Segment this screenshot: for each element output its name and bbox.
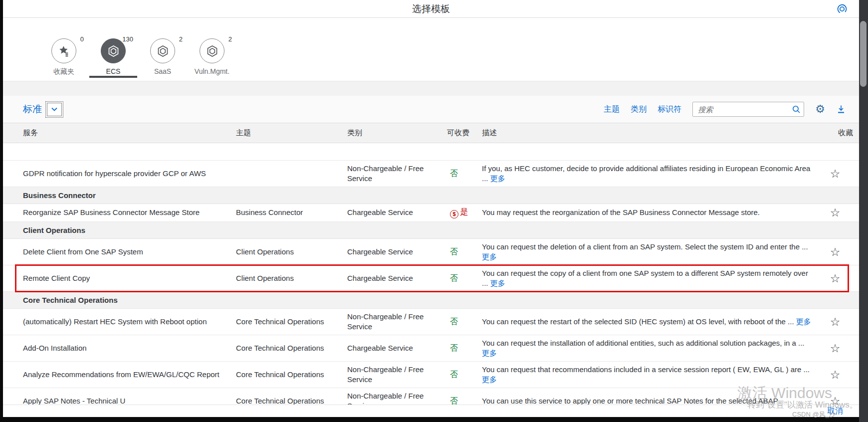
table-row[interactable]: (automatically) Restart HEC System with …: [3, 309, 859, 335]
filter-link-0[interactable]: 主题: [604, 104, 620, 115]
more-link[interactable]: 更多: [490, 279, 505, 287]
tab-count-badge: 2: [179, 35, 183, 43]
more-link[interactable]: 更多: [482, 252, 497, 261]
table-row[interactable]: GDPR notification for hyperscale provide…: [3, 161, 859, 187]
variant-dropdown-button[interactable]: [47, 103, 62, 116]
page-scrollbar[interactable]: [859, 0, 868, 422]
description-text: You can request the installation of addi…: [482, 339, 805, 347]
filter-link-1[interactable]: 类别: [631, 104, 647, 115]
description-cell: If you, as HEC customer, decide to provi…: [482, 164, 818, 184]
favorite-star-icon[interactable]: ☆: [818, 208, 859, 217]
service-cell: Apply SAP Notes - Technical U: [23, 396, 236, 405]
chargeable-no-label: 否: [450, 169, 458, 178]
settings-gear-icon[interactable]: ⚙: [815, 104, 825, 115]
tab-vuln-mgmt[interactable]: 2Vuln.Mgmt.: [198, 18, 226, 81]
description-cell: You can request the installation of addi…: [482, 338, 818, 358]
description-cell: You can request the restart of the selec…: [482, 317, 818, 327]
topic-cell: Core Technical Operations: [236, 396, 347, 405]
description-text: You can use this service to apply one or…: [482, 397, 778, 405]
more-link[interactable]: 更多: [482, 349, 497, 357]
tab-saas[interactable]: 2SaaS: [149, 18, 177, 81]
table-row[interactable]: Remote Client CopyClient OperationsCharg…: [3, 265, 859, 292]
tab-bar: 0收藏夹130ECS2SaaS2Vuln.Mgmt.: [3, 18, 859, 81]
group-header-row: Core Technical Operations: [3, 292, 859, 309]
favorite-star-icon[interactable]: ☆: [818, 370, 859, 380]
tab-strip-band: [3, 81, 859, 96]
col-header-service[interactable]: 服务: [23, 128, 236, 138]
table-row[interactable]: Analyze Recommendations from EW/EWA/GL/C…: [3, 362, 859, 388]
col-header-topic[interactable]: 主题: [236, 128, 347, 138]
more-link[interactable]: 更多: [796, 317, 811, 326]
table-toolbar: 标准 主题类别标识符 ⚙: [3, 96, 859, 123]
favorite-star-icon[interactable]: ☆: [818, 247, 859, 257]
table-row[interactable]: Delete Client from One SAP SystemClient …: [3, 239, 859, 265]
chargeable-cell: 否: [447, 343, 482, 353]
service-cell: Reorganize SAP Business Connector Messag…: [23, 208, 236, 217]
toolbar-right: 主题类别标识符 ⚙: [604, 102, 846, 117]
favorite-star-icon[interactable]: ☆: [818, 317, 859, 327]
chargeable-no-label: 否: [450, 317, 458, 326]
table-row[interactable]: Add-On InstallationCore Technical Operat…: [3, 335, 859, 362]
favorite-star-icon[interactable]: ☆: [818, 343, 859, 353]
description-cell: You can request that recommendations inc…: [482, 365, 818, 385]
chargeable-no-label: 否: [450, 274, 458, 282]
tab-label: Vuln.Mgmt.: [195, 67, 229, 75]
col-header-favorite[interactable]: 收藏: [818, 128, 859, 138]
variant-selector: 标准: [23, 103, 62, 116]
search-icon[interactable]: [792, 105, 801, 116]
group-label: Business Connector: [23, 191, 96, 200]
download-icon[interactable]: [836, 104, 846, 114]
category-cell: Chargeable Service: [347, 247, 447, 257]
tab-favorites[interactable]: 0收藏夹: [50, 18, 78, 81]
description-text: You can request that recommendations inc…: [482, 365, 810, 374]
description-text: You can request the restart of the selec…: [482, 317, 794, 326]
filter-link-2[interactable]: 标识符: [657, 104, 681, 115]
table-body: GDPR notification for hyperscale provide…: [3, 144, 859, 405]
description-text: If you, as HEC customer, decide to provi…: [482, 164, 810, 183]
table-row[interactable]: Reorganize SAP Business Connector Messag…: [3, 204, 859, 222]
chargeable-cell: 否: [447, 396, 482, 405]
chargeable-no-label: 否: [450, 370, 458, 379]
favorite-star-icon[interactable]: ☆: [818, 169, 859, 179]
col-header-description[interactable]: 描述: [482, 128, 818, 138]
more-link[interactable]: 更多: [482, 375, 497, 384]
product-icon: [150, 38, 175, 63]
cancel-button[interactable]: 取消: [827, 406, 843, 417]
group-header-row: Client Operations: [3, 222, 859, 239]
chargeable-no-label: 否: [450, 344, 458, 352]
screen: 选择模板 0收藏夹130ECS2SaaS2Vuln.Mgmt. 标准 主题类别标…: [0, 0, 868, 422]
dialog-title: 选择模板: [3, 0, 859, 18]
description-cell: You can request the copy of a client fro…: [482, 268, 818, 288]
service-cell: Remote Client Copy: [23, 273, 236, 283]
service-cell: (automatically) Restart HEC System with …: [23, 317, 236, 327]
category-cell: Chargeable Service: [347, 273, 447, 283]
service-cell: Add-On Installation: [23, 343, 236, 353]
more-link[interactable]: 更多: [490, 174, 505, 183]
service-cell: GDPR notification for hyperscale provide…: [23, 169, 236, 179]
search-input[interactable]: [693, 105, 783, 114]
chargeable-cell: $是: [447, 207, 482, 218]
tab-count-badge: 0: [80, 35, 84, 43]
dialog-footer: 取消: [3, 405, 859, 417]
description-text: You can request the deletion of a client…: [482, 242, 808, 251]
topic-cell: Core Technical Operations: [236, 317, 347, 327]
select-template-dialog: 选择模板 0收藏夹130ECS2SaaS2Vuln.Mgmt. 标准 主题类别标…: [3, 0, 859, 417]
scrollbar-thumb[interactable]: [860, 21, 867, 87]
variant-label[interactable]: 标准: [23, 103, 42, 116]
tab-ecs[interactable]: 130ECS: [99, 18, 127, 81]
sync-icon[interactable]: [836, 3, 848, 15]
favorite-star-icon[interactable]: ☆: [818, 273, 859, 283]
product-icon: [200, 38, 224, 63]
tab-label: 收藏夹: [53, 67, 74, 76]
category-cell: Non-Chargeable / Free Service: [347, 164, 447, 184]
table-row[interactable]: Apply SAP Notes - Technical UCore Techni…: [3, 388, 859, 405]
favorites-star-icon: [51, 38, 76, 63]
favorite-star-icon[interactable]: ☆: [818, 396, 859, 405]
col-header-category[interactable]: 类别: [347, 128, 447, 138]
group-header-row: Business Connector: [3, 187, 859, 204]
chargeable-no-label: 否: [450, 397, 458, 405]
description-cell: You may request the reorganization of th…: [482, 208, 818, 217]
category-cell: Non-Chargeable / Free Service: [347, 391, 447, 405]
chargeable-cell: 否: [447, 273, 482, 283]
col-header-chargeable[interactable]: 可收费: [447, 128, 482, 138]
